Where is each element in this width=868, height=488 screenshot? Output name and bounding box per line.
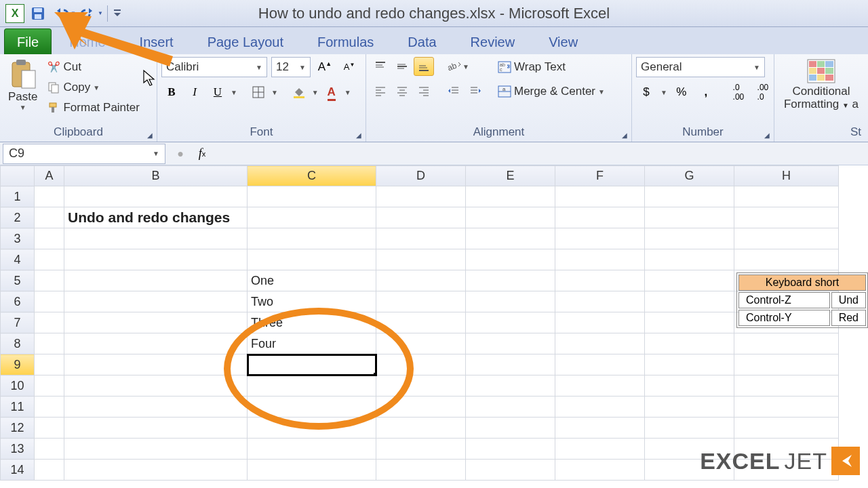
cell-H8[interactable] <box>734 333 839 354</box>
fill-handle[interactable] <box>374 373 376 375</box>
spreadsheet-grid[interactable]: ABCDEFGH12Undo and redo changes345One6Tw… <box>0 165 868 481</box>
cell-B5[interactable] <box>64 270 248 291</box>
cell-A7[interactable] <box>35 312 64 333</box>
cell-E7[interactable] <box>466 312 555 333</box>
row-header-4[interactable]: 4 <box>1 249 35 270</box>
cell-C8[interactable]: Four <box>248 333 376 354</box>
cell-F14[interactable] <box>555 460 645 481</box>
customize-qat-button[interactable] <box>112 3 123 24</box>
cell-C1[interactable] <box>248 186 376 207</box>
excel-logo-button[interactable]: X <box>4 3 26 24</box>
align-top-button[interactable] <box>370 57 391 76</box>
align-middle-button[interactable] <box>392 57 412 76</box>
bold-button[interactable]: B <box>161 83 182 102</box>
cell-D9[interactable] <box>376 354 466 375</box>
insert-function-button[interactable]: fx <box>194 146 210 162</box>
cell-H10[interactable] <box>734 375 839 396</box>
cell-E14[interactable] <box>466 460 555 481</box>
cell-A1[interactable] <box>35 186 64 207</box>
cell-E5[interactable] <box>466 270 555 291</box>
cell-E8[interactable] <box>466 333 555 354</box>
cell-G6[interactable] <box>645 291 734 312</box>
row-header-14[interactable]: 14 <box>1 460 35 481</box>
alignment-dialog-launcher[interactable]: ◢ <box>619 129 630 140</box>
number-dialog-launcher[interactable]: ◢ <box>762 129 772 140</box>
cell-B7[interactable] <box>64 312 248 333</box>
cell-E3[interactable] <box>466 228 555 249</box>
name-box[interactable]: C9 ▼ <box>3 144 165 164</box>
cell-D11[interactable] <box>376 396 466 418</box>
cell-F2[interactable] <box>555 207 645 228</box>
cell-B10[interactable] <box>64 375 248 396</box>
cell-B2[interactable]: Undo and redo changes <box>64 207 248 228</box>
number-format-combo[interactable]: General▼ <box>636 57 765 77</box>
cell-B4[interactable] <box>64 249 248 270</box>
clipboard-dialog-launcher[interactable]: ◢ <box>144 129 155 140</box>
row-header-9[interactable]: 9 <box>1 354 35 375</box>
column-header-D[interactable]: D <box>376 166 466 186</box>
row-header-3[interactable]: 3 <box>1 228 35 249</box>
cell-D12[interactable] <box>376 418 466 439</box>
increase-decimal-button[interactable]: .0.00 <box>728 83 749 102</box>
cell-D14[interactable] <box>376 460 466 481</box>
cell-H11[interactable] <box>734 396 839 418</box>
cell-H12[interactable] <box>734 418 839 439</box>
column-header-F[interactable]: F <box>555 166 645 186</box>
cell-E12[interactable] <box>466 418 555 439</box>
cut-button[interactable]: ✂️ Cut <box>44 57 142 77</box>
row-header-1[interactable]: 1 <box>1 186 35 207</box>
cell-G11[interactable] <box>645 396 734 418</box>
tab-review[interactable]: Review <box>454 29 532 54</box>
column-header-B[interactable]: B <box>64 166 248 186</box>
formula-input[interactable] <box>216 144 868 164</box>
cell-B12[interactable] <box>64 418 248 439</box>
cell-E6[interactable] <box>466 291 555 312</box>
align-right-button[interactable] <box>414 81 434 100</box>
cell-G9[interactable] <box>645 354 734 375</box>
cell-E4[interactable] <box>466 249 555 270</box>
cell-B13[interactable] <box>64 439 248 460</box>
column-header-E[interactable]: E <box>466 166 555 186</box>
align-bottom-button[interactable] <box>414 57 434 76</box>
cell-C5[interactable]: One <box>248 270 376 291</box>
cell-G3[interactable] <box>645 228 734 249</box>
cell-E2[interactable] <box>466 207 555 228</box>
cell-A3[interactable] <box>35 228 64 249</box>
tab-file[interactable]: File <box>4 28 52 54</box>
cell-C10[interactable] <box>248 375 376 396</box>
cell-H9[interactable] <box>734 354 839 375</box>
undo-dropdown-icon[interactable]: ▼ <box>71 10 76 16</box>
cell-C14[interactable] <box>248 460 376 481</box>
cell-A2[interactable] <box>35 207 64 228</box>
cell-F10[interactable] <box>555 375 645 396</box>
italic-button[interactable]: I <box>184 83 205 102</box>
increase-indent-button[interactable] <box>465 81 486 100</box>
redo-button[interactable] <box>77 3 99 24</box>
column-header-C[interactable]: C <box>248 166 376 186</box>
row-header-13[interactable]: 13 <box>1 439 35 460</box>
cell-F7[interactable] <box>555 312 645 333</box>
cell-F5[interactable] <box>555 270 645 291</box>
accounting-format-button[interactable]: $ <box>636 83 656 102</box>
row-header-12[interactable]: 12 <box>1 418 35 439</box>
column-header-A[interactable]: A <box>35 166 64 186</box>
cell-E9[interactable] <box>466 354 555 375</box>
cell-H4[interactable] <box>734 249 839 270</box>
cell-F8[interactable] <box>555 333 645 354</box>
row-header-2[interactable]: 2 <box>1 207 35 228</box>
percent-format-button[interactable]: % <box>671 83 692 102</box>
font-color-button[interactable]: A <box>321 83 342 102</box>
cell-D7[interactable] <box>376 312 466 333</box>
cell-D10[interactable] <box>376 375 466 396</box>
row-header-5[interactable]: 5 <box>1 270 35 291</box>
cell-F4[interactable] <box>555 249 645 270</box>
cancel-formula-button[interactable]: ● <box>172 146 189 162</box>
column-header-G[interactable]: G <box>645 166 734 186</box>
cell-D8[interactable] <box>376 333 466 354</box>
cell-H2[interactable] <box>734 207 839 228</box>
cell-D3[interactable] <box>376 228 466 249</box>
cell-B8[interactable] <box>64 333 248 354</box>
row-header-7[interactable]: 7 <box>1 312 35 333</box>
font-name-combo[interactable]: Calibri▼ <box>161 57 267 77</box>
cell-H3[interactable] <box>734 228 839 249</box>
